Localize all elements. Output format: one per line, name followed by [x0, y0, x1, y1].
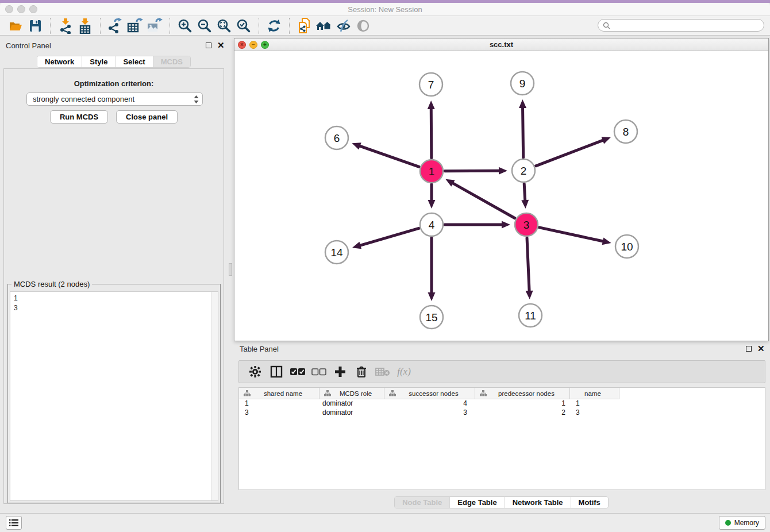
namespace-icon [480, 390, 487, 396]
deselect-all-icon[interactable] [311, 364, 327, 380]
graph-edge-arrowhead [521, 200, 529, 209]
mcds-result-fieldset: MCDS result (2 nodes) 1 3 [7, 284, 221, 503]
function-builder-icon[interactable]: f(x) [396, 364, 412, 380]
toolbar-separator [170, 18, 170, 34]
network-graph[interactable]: 7968124314101511 [234, 51, 768, 341]
delete-column-icon[interactable] [353, 364, 369, 380]
show-hidden-icon[interactable] [353, 17, 373, 34]
export-network-icon[interactable] [106, 17, 125, 34]
graph-node-label: 14 [330, 246, 343, 259]
close-panel-button[interactable]: Close panel [116, 110, 178, 124]
cell-predecessor-nodes[interactable]: 2 [475, 408, 570, 418]
tab-network[interactable]: Network [37, 56, 82, 67]
graph-node-label: 1 [429, 165, 435, 178]
namespace-icon [389, 390, 396, 396]
column-header-successor-nodes[interactable]: successor nodes [384, 388, 475, 399]
status-bar: Memory [0, 513, 770, 532]
graph-edge-arrowhead [352, 142, 361, 149]
cell-shared-name[interactable]: 1 [239, 399, 319, 408]
graph-edge-arrowhead [428, 292, 436, 301]
graph-node-label: 8 [623, 126, 629, 138]
tab-style[interactable]: Style [82, 56, 116, 67]
table-panel-float-icon[interactable] [746, 346, 752, 352]
cell-name[interactable]: 3 [570, 408, 619, 418]
export-table-icon[interactable] [125, 17, 145, 34]
cell-successor-nodes[interactable]: 4 [384, 399, 475, 408]
cell-shared-name[interactable]: 3 [239, 408, 319, 418]
run-mcds-button[interactable]: Run MCDS [50, 110, 108, 124]
cell-name[interactable]: 1 [570, 399, 619, 408]
network-view-window: × − + scc.txt 7968124314101511 [234, 38, 769, 341]
graph-edge[interactable] [523, 107, 523, 157]
graph-edge[interactable] [359, 228, 419, 245]
open-file-icon[interactable] [6, 17, 25, 34]
clone-network-icon[interactable] [295, 17, 314, 34]
zoom-fit-icon[interactable] [214, 17, 234, 34]
optimization-criterion-value: strongly connected component [33, 95, 194, 103]
column-panel-icon[interactable] [268, 364, 284, 380]
toolbar-separator [289, 18, 290, 34]
zoom-selected-icon[interactable] [234, 17, 253, 34]
cell-mcds-role[interactable]: dominator [319, 408, 384, 418]
cell-predecessor-nodes[interactable]: 1 [475, 399, 570, 408]
table-row[interactable]: 3 dominator 3 2 3 [239, 408, 765, 418]
column-header-predecessor-nodes[interactable]: predecessor nodes [475, 388, 570, 399]
tab-motifs[interactable]: Motifs [571, 497, 608, 508]
table-row[interactable]: 1 dominator 4 1 1 [239, 399, 765, 408]
import-table-icon[interactable] [75, 17, 95, 34]
add-column-icon[interactable] [332, 364, 348, 380]
graph-edge[interactable] [445, 171, 500, 171]
mcds-result-textarea[interactable]: 1 3 [10, 291, 218, 501]
first-neighbors-icon[interactable] [314, 17, 334, 34]
export-image-icon[interactable] [145, 17, 164, 34]
zoom-in-icon[interactable] [175, 17, 195, 34]
table-toolbar: f(x) [238, 360, 765, 383]
delete-table-icon[interactable] [375, 364, 391, 380]
task-history-button[interactable] [6, 516, 22, 530]
control-panel-float-icon[interactable] [206, 43, 211, 48]
graph-node-label: 2 [521, 165, 527, 177]
tab-edge-table[interactable]: Edge Table [450, 497, 505, 508]
memory-status-dot [725, 520, 731, 526]
hide-selected-icon[interactable] [334, 17, 353, 34]
chevron-up-down-icon [194, 95, 199, 103]
panel-splitter-grip[interactable] [229, 263, 232, 276]
tab-select[interactable]: Select [116, 56, 153, 67]
column-header-mcds-role[interactable]: MCDS role [319, 388, 384, 399]
tab-mcds[interactable]: MCDS [153, 56, 190, 67]
table-panel-close-icon[interactable]: ✕ [757, 346, 765, 352]
column-header-name[interactable]: name [570, 388, 619, 399]
result-scrollbar[interactable] [211, 292, 218, 500]
table-settings-icon[interactable] [247, 364, 263, 380]
optimization-criterion-select[interactable]: strongly connected component [26, 92, 203, 106]
tab-node-table[interactable]: Node Table [395, 497, 450, 508]
search-input[interactable] [613, 20, 764, 30]
graph-edge[interactable] [452, 183, 515, 218]
network-canvas[interactable]: 7968124314101511 [234, 51, 768, 341]
graph-node-label: 15 [425, 311, 437, 323]
save-session-icon[interactable] [25, 17, 45, 34]
control-panel-close-icon[interactable]: ✕ [217, 43, 225, 48]
zoom-out-icon[interactable] [195, 17, 214, 34]
graph-edge[interactable] [359, 146, 419, 167]
apply-layout-icon[interactable] [264, 17, 284, 34]
mcds-panel: Optimization criterion: strongly connect… [3, 68, 224, 504]
cell-mcds-role[interactable]: dominator [319, 399, 384, 408]
column-header-shared-name[interactable]: shared name [239, 388, 319, 399]
tab-network-table[interactable]: Network Table [505, 497, 571, 508]
search-field[interactable] [598, 19, 764, 32]
graph-edge[interactable] [536, 140, 603, 166]
graph-edge[interactable] [539, 228, 603, 241]
graph-edge[interactable] [524, 184, 525, 201]
graph-edge-arrowhead [519, 99, 526, 108]
graph-edge-arrowhead [499, 167, 507, 175]
namespace-icon [244, 390, 251, 396]
graph-edge[interactable] [527, 238, 529, 292]
graph-edge-arrowhead [428, 200, 436, 209]
select-all-icon[interactable] [290, 364, 306, 380]
memory-button[interactable]: Memory [719, 516, 765, 530]
graph-edge[interactable] [431, 108, 432, 158]
import-network-icon[interactable] [56, 17, 75, 34]
graph-node-label: 9 [519, 78, 526, 90]
cell-successor-nodes[interactable]: 3 [384, 408, 475, 418]
